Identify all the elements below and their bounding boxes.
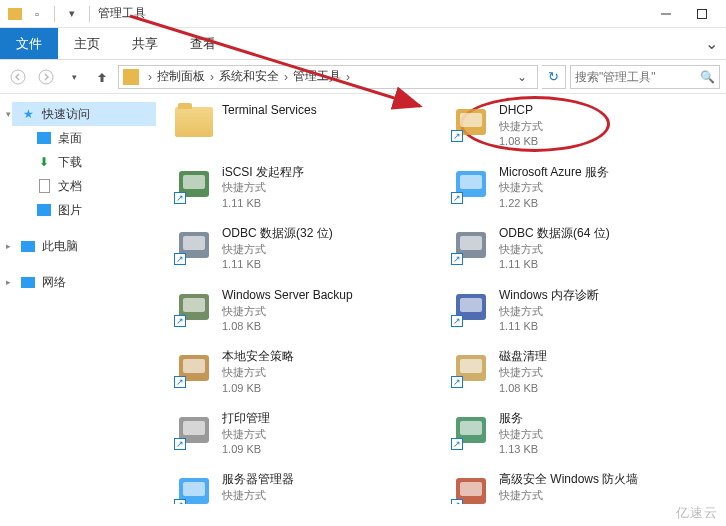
minimize-button[interactable] [656,4,676,24]
item-size: 1.08 KB [222,319,353,334]
properties-icon[interactable]: ▫ [28,5,46,23]
window-title: 管理工具 [98,5,146,22]
shortcut-item[interactable]: ↗ Windows 内存诊断 快捷方式 1.11 KB [451,287,716,335]
shortcut-item[interactable]: ↗ 高级安全 Windows 防火墙 快捷方式 1.13 KB [451,471,716,504]
item-name: Windows Server Backup [222,287,353,304]
ribbon-expand-icon[interactable]: ⌄ [697,34,726,53]
back-button[interactable] [6,65,30,89]
star-icon: ★ [20,106,36,122]
svg-point-4 [11,70,25,84]
search-input[interactable] [575,70,700,84]
shortcut-item[interactable]: ↗ 服务 快捷方式 1.13 KB [451,410,716,458]
svg-rect-11 [460,175,482,189]
item-name: DHCP [499,102,543,119]
shortcut-item[interactable]: ↗ 磁盘清理 快捷方式 1.08 KB [451,348,716,396]
sidebar-label: 桌面 [58,130,82,147]
item-type: 快捷方式 [222,304,353,319]
content-pane: Terminal Services ↗ DHCP 快捷方式 1.08 KB ↗ … [164,94,726,504]
breadcrumb-dropdown-icon[interactable]: ⌄ [511,70,533,84]
memdiag-icon: ↗ [451,287,491,327]
search-icon: 🔍 [700,70,715,84]
services-icon: ↗ [451,410,491,450]
svg-rect-3 [698,9,707,18]
breadcrumb-segment[interactable]: 管理工具 [293,68,341,85]
sidebar-item-this-pc[interactable]: ▸ 此电脑 [0,234,164,258]
recent-dropdown[interactable]: ▾ [62,65,86,89]
svg-rect-19 [460,298,482,312]
sidebar: ▾ ★ 快速访问 桌面 ⬇ 下载 文档 图片 ▸ 此电脑 ▸ [0,94,164,504]
item-size: 1.11 KB [499,257,610,272]
sidebar-item-desktop[interactable]: 桌面 [0,126,164,150]
sidebar-item-network[interactable]: ▸ 网络 [0,270,164,294]
shortcut-item[interactable]: ↗ ODBC 数据源(64 位) 快捷方式 1.11 KB [451,225,716,273]
item-type: 快捷方式 [222,488,294,503]
dhcp-icon: ↗ [451,102,491,142]
sidebar-item-documents[interactable]: 文档 [0,174,164,198]
item-name: ODBC 数据源(64 位) [499,225,610,242]
shortcut-item[interactable]: ↗ DHCP 快捷方式 1.08 KB [451,102,716,150]
breadcrumb[interactable]: › 控制面板 › 系统和安全 › 管理工具 › ⌄ [118,65,538,89]
item-type: 快捷方式 [222,365,294,380]
shortcut-overlay-icon: ↗ [174,499,186,504]
svg-rect-25 [183,421,205,435]
sidebar-label: 此电脑 [42,238,78,255]
pc-icon [20,238,36,254]
breadcrumb-segment[interactable]: 系统和安全 [219,68,279,85]
breadcrumb-segment[interactable]: 控制面板 [157,68,205,85]
item-size: 1.22 KB [499,196,609,211]
item-name: 服务 [499,410,543,427]
shortcut-overlay-icon: ↗ [174,315,186,327]
sidebar-label: 快速访问 [42,106,90,123]
shortcut-item[interactable]: ↗ Windows Server Backup 快捷方式 1.08 KB [174,287,439,335]
tab-home[interactable]: 主页 [58,28,116,59]
sidebar-item-quick-access[interactable]: ▾ ★ 快速访问 [0,102,164,126]
shortcut-item[interactable]: ↗ 打印管理 快捷方式 1.09 KB [174,410,439,458]
up-button[interactable] [90,65,114,89]
ribbon-tabs: 文件 主页 共享 查看 ⌄ [0,28,726,60]
item-name: Microsoft Azure 服务 [499,164,609,181]
item-name: ODBC 数据源(32 位) [222,225,333,242]
sidebar-label: 网络 [42,274,66,291]
item-size: 1.11 KB [222,196,304,211]
tab-file[interactable]: 文件 [0,28,58,59]
svg-rect-23 [460,359,482,373]
item-type: 快捷方式 [499,427,543,442]
svg-point-5 [39,70,53,84]
shortcut-overlay-icon: ↗ [451,253,463,265]
forward-button[interactable] [34,65,58,89]
item-type: 快捷方式 [222,242,333,257]
navbar: ▾ › 控制面板 › 系统和安全 › 管理工具 › ⌄ ↻ 🔍 [0,60,726,94]
shortcut-item[interactable]: ↗ ODBC 数据源(32 位) 快捷方式 1.11 KB [174,225,439,273]
folder-icon [6,5,24,23]
shortcut-overlay-icon: ↗ [451,315,463,327]
shortcut-item[interactable]: ↗ iSCSI 发起程序 快捷方式 1.11 KB [174,164,439,212]
folder-item[interactable]: Terminal Services [174,102,439,150]
maximize-button[interactable] [692,4,712,24]
item-type: 快捷方式 [499,304,599,319]
sidebar-label: 图片 [58,202,82,219]
tab-view[interactable]: 查看 [174,28,232,59]
shortcut-item[interactable]: ↗ 本地安全策略 快捷方式 1.09 KB [174,348,439,396]
documents-icon [36,178,52,194]
sidebar-label: 文档 [58,178,82,195]
cleanmgr-icon: ↗ [451,348,491,388]
odbc-icon: ↗ [174,225,214,265]
item-name: Windows 内存诊断 [499,287,599,304]
shortcut-item[interactable]: ↗ 服务器管理器 快捷方式 1.07 KB [174,471,439,504]
sidebar-item-pictures[interactable]: 图片 [0,198,164,222]
search-box[interactable]: 🔍 [570,65,720,89]
watermark: 亿速云 [676,504,718,522]
tab-share[interactable]: 共享 [116,28,174,59]
sidebar-label: 下载 [58,154,82,171]
shortcut-item[interactable]: ↗ Microsoft Azure 服务 快捷方式 1.22 KB [451,164,716,212]
sidebar-item-downloads[interactable]: ⬇ 下载 [0,150,164,174]
refresh-button[interactable]: ↻ [542,65,566,89]
shortcut-overlay-icon: ↗ [174,438,186,450]
srvmgr-icon: ↗ [174,471,214,504]
qat-dropdown-icon[interactable]: ▾ [63,5,81,23]
shortcut-overlay-icon: ↗ [174,192,186,204]
shortcut-overlay-icon: ↗ [451,376,463,388]
item-size: 1.11 KB [499,319,599,334]
item-type: 快捷方式 [499,242,610,257]
folder-icon [174,102,214,142]
